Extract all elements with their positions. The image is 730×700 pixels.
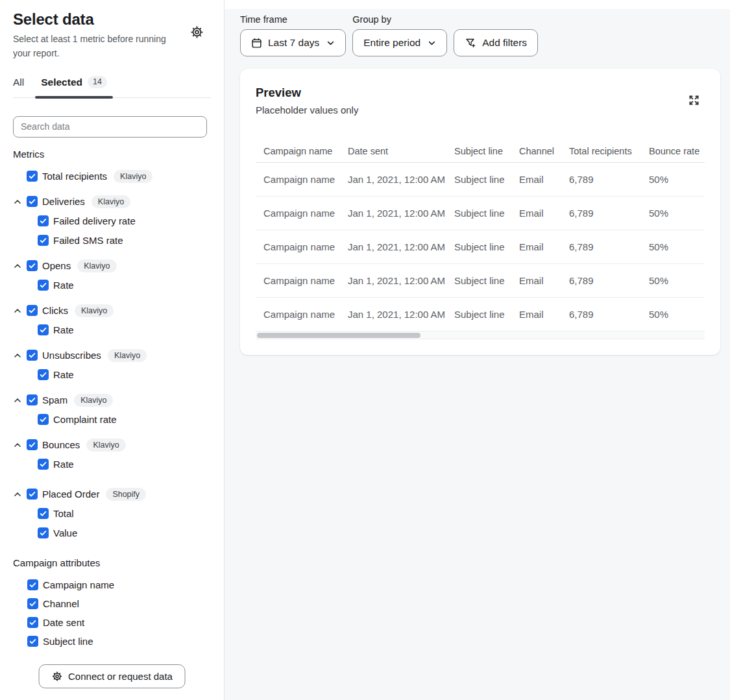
source-badge: Klaviyo <box>74 394 113 407</box>
checkbox-checked[interactable] <box>27 579 38 590</box>
chevron-down-icon <box>428 39 436 47</box>
chevron-up-icon[interactable] <box>13 197 22 206</box>
checkbox-checked[interactable] <box>38 369 49 380</box>
metric-label: Clicks <box>42 305 68 316</box>
attribute-row[interactable]: Date sent <box>13 613 211 632</box>
checkbox-checked[interactable] <box>27 598 38 609</box>
tab-all[interactable]: All <box>13 72 24 97</box>
chevron-down-icon <box>326 39 335 47</box>
chevron-up-icon[interactable] <box>13 396 22 405</box>
source-badge: Klaviyo <box>77 259 116 272</box>
attribute-row[interactable]: Subject line <box>13 632 211 651</box>
add-filters-button[interactable]: Add filters <box>454 29 538 56</box>
checkbox-checked[interactable] <box>27 439 38 450</box>
checkbox-checked[interactable] <box>38 324 49 335</box>
metric-row[interactable]: Opens Klaviyo <box>13 256 211 276</box>
table-cell: 50% <box>649 241 712 252</box>
submetric-row[interactable]: Value <box>13 524 211 543</box>
table-column-header: Date sent <box>348 146 454 156</box>
main-panel: Time frame Last 7 days <box>225 9 730 700</box>
table-cell: Campaign name <box>263 241 348 252</box>
tab-selected[interactable]: Selected 14 <box>41 72 107 97</box>
submetric-label: Failed SMS rate <box>53 235 123 246</box>
chevron-up-icon[interactable] <box>13 351 22 360</box>
settings-button[interactable] <box>190 25 204 39</box>
metric-row[interactable]: Unsubscribes Klaviyo <box>13 346 211 365</box>
table-cell: Subject line <box>454 275 519 286</box>
metric-row[interactable]: Clicks Klaviyo <box>13 301 211 320</box>
preview-subtitle: Placeholder values only <box>256 104 358 115</box>
submetric-row[interactable]: Rate <box>13 365 211 385</box>
checkbox-checked[interactable] <box>27 171 38 182</box>
add-filters-label: Add filters <box>482 37 527 49</box>
submetric-row[interactable]: Failed SMS rate <box>13 231 211 250</box>
checkbox-checked[interactable] <box>38 235 49 246</box>
table-column-header: Bounce rate <box>649 146 712 156</box>
source-badge: Klaviyo <box>108 349 147 362</box>
submetric-row[interactable]: Failed delivery rate <box>13 211 211 231</box>
metric-children: Failed delivery rate Failed SMS rate <box>13 211 211 250</box>
preview-card: Preview Placeholder values only <box>240 69 720 355</box>
checkbox-checked[interactable] <box>27 489 38 500</box>
checkbox-checked[interactable] <box>38 280 49 291</box>
checkbox-checked[interactable] <box>38 215 49 226</box>
submetric-row[interactable]: Rate <box>13 320 211 340</box>
submetric-row[interactable]: Complaint rate <box>13 410 211 429</box>
metrics-list: Total recipients Klaviyo Deliveries Klav… <box>13 167 211 543</box>
time-frame-dropdown[interactable]: Last 7 days <box>240 29 346 56</box>
table-cell: Campaign name <box>263 309 348 320</box>
submetric-row[interactable]: Rate <box>13 455 211 474</box>
checkbox-checked[interactable] <box>38 459 49 470</box>
metric-row[interactable]: Bounces Klaviyo <box>13 435 211 455</box>
table-cell: 6,789 <box>569 208 649 219</box>
page-subtitle: Select at least 1 metric before running … <box>13 32 174 60</box>
submetric-row[interactable]: Rate <box>13 276 211 295</box>
checkbox-checked[interactable] <box>27 636 38 647</box>
chevron-up-icon[interactable] <box>13 306 22 315</box>
scrollbar-thumb[interactable] <box>257 333 420 338</box>
checkbox-checked[interactable] <box>27 196 38 207</box>
tab-all-label: All <box>13 77 24 88</box>
metric-row[interactable]: Placed Order Shopify <box>13 485 211 504</box>
expand-preview-button[interactable] <box>686 92 702 108</box>
metric-group: Deliveries Klaviyo Failed delivery rate … <box>13 192 211 250</box>
chevron-up-icon[interactable] <box>13 441 22 450</box>
attribute-row[interactable]: Campaign name <box>13 575 211 594</box>
chevron-up-icon[interactable] <box>13 490 22 499</box>
group-by-dropdown[interactable]: Entire period <box>352 29 447 56</box>
metric-children: Complaint rate <box>13 410 211 429</box>
metric-row[interactable]: Total recipients Klaviyo <box>13 167 211 186</box>
checkbox-checked[interactable] <box>27 260 38 271</box>
table-cell: Email <box>519 208 569 219</box>
metric-children: Total Value <box>13 504 211 543</box>
table-cell: Campaign name <box>263 208 348 219</box>
metric-row[interactable]: Spam Klaviyo <box>13 391 211 410</box>
metric-label: Opens <box>42 260 71 271</box>
metric-group: Opens Klaviyo Rate <box>13 256 211 295</box>
table-row: Campaign nameJan 1, 2021, 12:00 AMSubjec… <box>256 197 705 230</box>
metric-children: Rate <box>13 455 211 474</box>
chevron-up-icon[interactable] <box>13 261 22 271</box>
connect-or-request-data-button[interactable]: Connect or request data <box>38 664 186 688</box>
checkbox-checked[interactable] <box>27 617 38 628</box>
search-input[interactable] <box>13 116 207 138</box>
attribute-row[interactable]: Channel <box>13 594 211 613</box>
checkbox-checked[interactable] <box>27 394 38 405</box>
expand-icon <box>687 93 701 107</box>
checkbox-checked[interactable] <box>27 350 38 361</box>
table-cell: Jan 1, 2021, 12:00 AM <box>348 174 454 185</box>
table-cell: Subject line <box>454 174 519 185</box>
metric-label: Placed Order <box>42 489 99 500</box>
metric-row[interactable]: Deliveries Klaviyo <box>13 192 211 211</box>
checkbox-checked[interactable] <box>38 414 49 425</box>
submetric-row[interactable]: Total <box>13 504 211 524</box>
horizontal-scrollbar[interactable] <box>256 332 705 339</box>
checkbox-checked[interactable] <box>27 305 38 316</box>
gear-icon <box>51 671 62 682</box>
table-column-header: Total recipients <box>569 146 649 156</box>
campaign-attributes-list: Campaign name Channel Date sent Subject … <box>13 575 211 651</box>
checkbox-checked[interactable] <box>38 527 49 538</box>
checkbox-checked[interactable] <box>38 508 49 519</box>
sidebar-tabs: All Selected 14 <box>13 72 211 98</box>
table-row: Campaign nameJan 1, 2021, 12:00 AMSubjec… <box>256 230 705 264</box>
